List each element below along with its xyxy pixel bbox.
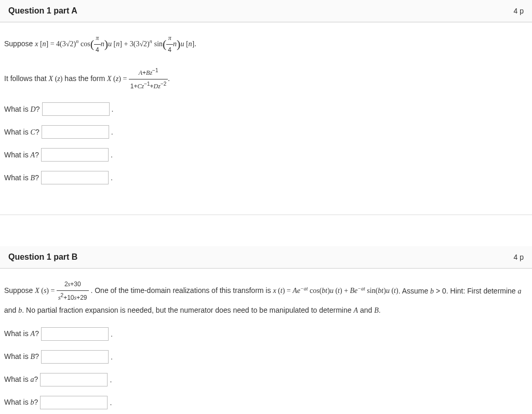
xt-eq: x <box>273 287 278 295</box>
period: . <box>110 398 112 407</box>
question-part-b: Question 1 part B 4 p Suppose X (s) = 2s… <box>0 246 532 414</box>
frac-end: . <box>168 75 170 83</box>
label-d: What is D? <box>4 105 40 114</box>
period: . <box>111 330 113 338</box>
xz-var: X <box>49 75 55 83</box>
spacer <box>0 215 532 246</box>
period: . <box>111 128 113 136</box>
question-part-a: Question 1 part A 4 p Suppose x [n] = 4(… <box>0 0 532 215</box>
input-d[interactable] <box>42 102 110 116</box>
label-a-lower: What is a? <box>4 375 38 384</box>
input-a[interactable] <box>41 148 109 162</box>
label-c: What is C? <box>4 128 39 137</box>
input-a-lower[interactable] <box>40 373 108 386</box>
label-b2: What is B? <box>4 352 39 361</box>
problem-statement-b: Suppose X (s) = 2s+30 s2+10s+29 . One of… <box>4 279 528 316</box>
input-c[interactable] <box>42 125 109 139</box>
xz-fraction: A+Bz−1 1+Cz−1+Dz−2 <box>129 66 168 92</box>
period: . <box>111 151 113 159</box>
period: . <box>110 376 112 384</box>
question-title-b: Question 1 part B <box>8 252 77 262</box>
xs-var: X <box>35 287 41 295</box>
input-row-b-lower: What is b? . <box>4 396 528 409</box>
question-header-b: Question 1 part B 4 p <box>0 246 532 269</box>
label-a2: What is A? <box>4 329 39 338</box>
period: . <box>111 173 113 182</box>
question-body-a: Suppose x [n] = 4(3√2)n cos(π4n)u [n] + … <box>0 22 532 215</box>
follows-prefix: It follows that <box>4 74 49 83</box>
equation-x-n: x <box>35 40 40 48</box>
input-b[interactable] <box>41 171 109 184</box>
suppose-label: Suppose <box>4 39 35 48</box>
question-body-b: Suppose X (s) = 2s+30 s2+10s+29 . One of… <box>0 269 532 414</box>
question-points-b: 4 p <box>514 253 524 261</box>
input-row-b2: What is B? . <box>4 350 528 364</box>
text-after-frac: . One of the time-domain realizations of… <box>90 287 273 295</box>
question-title-a: Question 1 part A <box>8 6 77 16</box>
input-row-b: What is B? . <box>4 171 528 184</box>
input-b-lower[interactable] <box>40 396 108 409</box>
period: . <box>111 353 113 361</box>
input-row-a2: What is A? . <box>4 327 528 341</box>
input-row-d: What is D? . <box>4 102 528 116</box>
input-b2[interactable] <box>41 350 109 364</box>
label-a: What is A? <box>4 151 39 159</box>
question-header-a: Question 1 part A 4 p <box>0 0 532 22</box>
input-a2[interactable] <box>41 327 109 341</box>
input-row-c: What is C? . <box>4 125 528 139</box>
xs-fraction: 2s+30 s2+10s+29 <box>57 279 89 303</box>
input-row-a: What is A? . <box>4 148 528 162</box>
label-b-lower: What is b? <box>4 398 38 407</box>
period: . <box>112 105 114 113</box>
problem-statement-a2: It follows that X (z) has the form X (z)… <box>4 66 528 92</box>
follows-mid: has the form <box>64 74 107 83</box>
input-row-a-lower: What is a? . <box>4 373 528 386</box>
problem-statement-a1: Suppose x [n] = 4(3√2)n cos(π4n)u [n] + … <box>4 33 528 56</box>
suppose-label-b: Suppose <box>4 287 35 295</box>
label-b: What is B? <box>4 173 39 182</box>
question-points-a: 4 p <box>514 7 524 15</box>
